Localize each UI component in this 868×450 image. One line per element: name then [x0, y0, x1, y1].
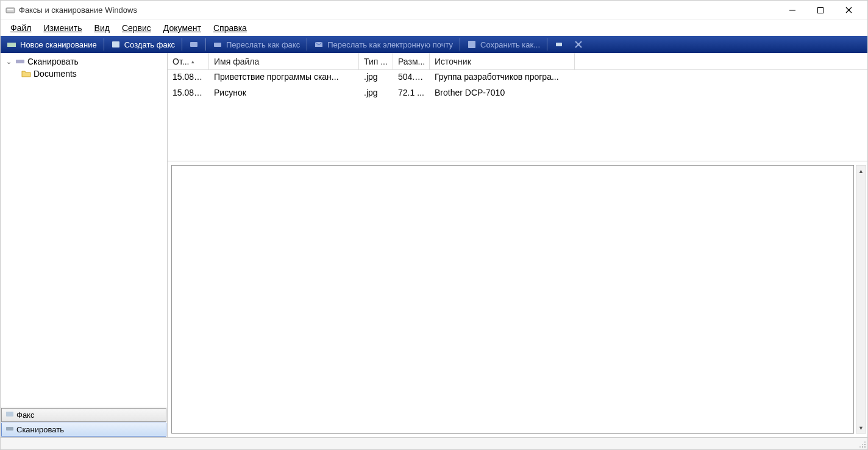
fax-icon [111, 40, 121, 49]
scroll-down-icon[interactable]: ▼ [856, 423, 866, 433]
toolbar-forward-fax[interactable]: Переслать как факс [208, 38, 305, 51]
titlebar: Факсы и сканирование Windows [1, 1, 867, 20]
cell-type: .jpg [359, 86, 393, 102]
toolbar-forward-email[interactable]: Переслать как электронную почту [309, 38, 458, 51]
column-header-size[interactable]: Разм... [393, 53, 430, 70]
window-title: Факсы и сканирование Windows [19, 5, 137, 15]
menu-tools[interactable]: Сервис [116, 21, 157, 35]
sidebar-tab-scan[interactable]: Сканировать [1, 423, 166, 437]
toolbar-delete-button[interactable] [569, 38, 588, 51]
svg-rect-1 [7, 9, 13, 10]
toolbar-separator [104, 38, 104, 51]
statusbar [1, 437, 867, 449]
list-body: 15.08.2... Приветствие программы скан...… [168, 70, 867, 161]
svg-point-23 [862, 444, 863, 445]
toolbar-save-as-label: Сохранить как... [480, 40, 540, 49]
vertical-scrollbar[interactable]: ▲ ▼ [856, 165, 866, 434]
chevron-down-icon[interactable]: ⌄ [4, 58, 13, 66]
column-header-name[interactable]: Имя файла [209, 53, 359, 70]
cell-type: .jpg [359, 70, 393, 86]
toolbar-separator [182, 38, 182, 51]
toolbar: Новое сканирование Создать факс Переслат… [1, 36, 867, 53]
cell-name: Рисунок [209, 86, 359, 102]
scroll-track[interactable] [856, 176, 866, 423]
close-button[interactable] [834, 1, 863, 20]
cell-date: 15.08.2... [168, 70, 209, 86]
cell-size: 504.3... [393, 70, 430, 86]
svg-point-19 [864, 446, 866, 448]
toolbar-separator [205, 38, 206, 51]
menu-file[interactable]: Файл [4, 21, 37, 35]
reply-icon [189, 40, 199, 49]
tree-node-scan-root[interactable]: ⌄ Сканировать [1, 55, 167, 68]
toolbar-save-as[interactable]: Сохранить как... [462, 38, 545, 51]
sidebar-tab-fax[interactable]: Факс [1, 408, 166, 422]
svg-rect-7 [7, 43, 16, 47]
save-icon [467, 40, 477, 49]
svg-rect-12 [468, 41, 475, 48]
resize-grip-icon[interactable] [856, 438, 867, 449]
column-header-type[interactable]: Тип ... [359, 53, 393, 70]
fax-icon [5, 410, 14, 420]
folder-tree: ⌄ Сканировать Documents [1, 53, 167, 407]
cell-source: Группа разработчиков програ... [430, 70, 575, 86]
sidebar: ⌄ Сканировать Documents Факс Сканировать [1, 53, 168, 437]
column-header-date[interactable]: От...▴ [168, 53, 209, 70]
preview-canvas [171, 165, 854, 434]
main-pane: От...▴ Имя файла Тип ... Разм... Источни… [168, 53, 867, 437]
toolbar-new-fax[interactable]: Создать факс [106, 38, 180, 51]
mail-icon [314, 40, 324, 49]
scroll-up-icon[interactable]: ▲ [856, 166, 866, 176]
cell-size: 72.1 ... [393, 86, 430, 102]
sidebar-tab-label: Факс [16, 410, 34, 420]
sidebar-tab-label: Сканировать [16, 425, 64, 434]
svg-rect-16 [16, 60, 24, 63]
toolbar-print-button[interactable] [549, 38, 569, 51]
cell-name: Приветствие программы скан... [209, 70, 359, 86]
maximize-button[interactable] [806, 1, 834, 20]
cell-date: 15.08.2... [168, 86, 209, 102]
sidebar-tabs: Факс Сканировать [1, 407, 167, 437]
toolbar-new-fax-label: Создать факс [124, 40, 175, 49]
content-area: ⌄ Сканировать Documents Факс Сканировать [1, 53, 867, 437]
print-icon [554, 40, 564, 49]
svg-rect-9 [190, 42, 197, 47]
tree-node-documents[interactable]: Documents [1, 68, 167, 80]
menu-help[interactable]: Справка [207, 21, 253, 35]
column-header-source[interactable]: Источник [430, 53, 575, 70]
preview-pane: ▲ ▼ [168, 161, 867, 437]
folder-icon [21, 69, 31, 79]
delete-icon [574, 40, 583, 49]
file-list: От...▴ Имя файла Тип ... Разм... Источни… [168, 53, 867, 161]
scanner-icon [7, 40, 16, 49]
toolbar-separator [547, 38, 547, 51]
app-icon [5, 5, 15, 15]
tree-node-label: Сканировать [27, 57, 79, 66]
menu-edit[interactable]: Изменить [37, 21, 88, 35]
list-row[interactable]: 15.08.2... Рисунок .jpg 72.1 ... Brother… [168, 86, 867, 102]
printer-icon [213, 40, 222, 49]
menubar: Файл Изменить Вид Сервис Документ Справк… [1, 20, 867, 36]
toolbar-new-scan-label: Новое сканирование [20, 40, 97, 49]
scanner-icon [5, 425, 14, 434]
svg-point-22 [859, 446, 861, 448]
toolbar-forward-email-label: Переслать как электронную почту [327, 40, 453, 49]
svg-rect-17 [6, 412, 13, 417]
menu-view[interactable]: Вид [88, 21, 116, 35]
cell-source: Brother DCP-7010 [430, 86, 575, 102]
minimize-button[interactable] [778, 1, 806, 20]
svg-point-24 [864, 441, 866, 443]
svg-point-21 [864, 444, 866, 445]
window-controls [778, 1, 863, 20]
svg-rect-10 [214, 43, 221, 47]
menu-document[interactable]: Документ [157, 21, 207, 35]
svg-rect-13 [556, 43, 562, 46]
sort-asc-icon: ▴ [191, 58, 194, 65]
svg-point-20 [862, 446, 863, 448]
svg-rect-18 [6, 427, 13, 431]
toolbar-new-scan[interactable]: Новое сканирование [2, 38, 102, 51]
toolbar-reply-button[interactable] [184, 38, 204, 51]
list-header: От...▴ Имя файла Тип ... Разм... Источни… [168, 53, 867, 70]
list-row[interactable]: 15.08.2... Приветствие программы скан...… [168, 70, 867, 86]
toolbar-separator [460, 38, 460, 51]
